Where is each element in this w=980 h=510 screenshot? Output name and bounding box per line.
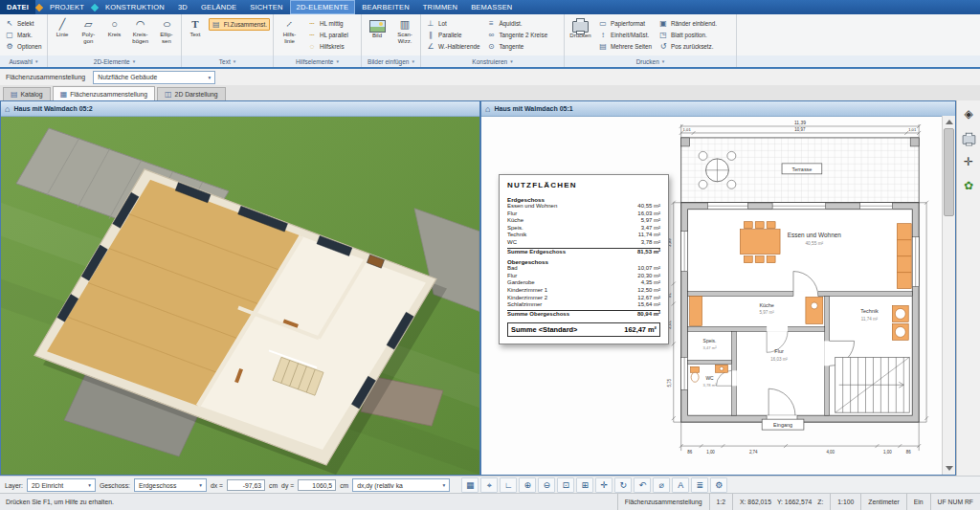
linie-button[interactable]: ╱Linie: [51, 15, 74, 55]
scroll-up-icon[interactable]: [946, 120, 953, 124]
text-button[interactable]: TText: [185, 15, 206, 55]
blatt-position-button[interactable]: ◳Blatt position.: [657, 30, 719, 40]
dim-top-left: 1,01: [683, 127, 692, 132]
pane-3d-titlebar[interactable]: ⌂Haus mit Walmdach 05:2: [1, 101, 479, 117]
bild-button[interactable]: Bild: [365, 15, 390, 55]
ribbon-group-konstruieren: ⊥Lot ∥Parallele ∠W.-Halbierende ≡Äquidis…: [421, 14, 565, 55]
hilfskreis-button[interactable]: ◌Hilfskreis: [305, 41, 350, 52]
previous-view-icon[interactable]: ↶: [634, 477, 651, 493]
pane-3d-view: ⌂Haus mit Walmdach 05:2: [0, 100, 480, 476]
layer-select[interactable]: 2D Einricht: [27, 478, 96, 492]
tab-2d-elemente[interactable]: 2D-ELEMENTE: [290, 0, 356, 14]
tab-projekt[interactable]: PROJEKT: [43, 0, 91, 14]
tab-konstruktion[interactable]: KONSTRUKTION: [99, 0, 171, 14]
tangente-button[interactable]: ⊙Tangente: [484, 41, 549, 52]
mark-button[interactable]: ▢Mark.: [3, 30, 44, 40]
group-label-drucken[interactable]: Drucken: [565, 55, 737, 67]
table-row: Flur16,03 m²: [507, 211, 660, 218]
fl-zusammenst-button[interactable]: ▤Fl.Zusammenst.: [209, 18, 270, 31]
tab-bearbeiten[interactable]: BEARBEITEN: [355, 0, 416, 14]
coordinate-mode-select[interactable]: dx,dy (relativ ka: [352, 478, 450, 492]
text-tool-icon[interactable]: A: [672, 477, 689, 493]
raender-einblenden-button[interactable]: ▣Ränder einblend.: [657, 18, 719, 29]
tab-bemassen[interactable]: BEMASSEN: [464, 0, 519, 14]
scroll-thumb[interactable]: [944, 128, 954, 216]
dx-input[interactable]: -97,63: [227, 479, 265, 491]
mehrere-seiten-button[interactable]: ▤Mehrere Seiten: [596, 41, 654, 52]
group-label-2d-elemente[interactable]: 2D-Elemente: [48, 55, 182, 67]
status-scale[interactable]: 1:100: [830, 494, 860, 510]
redraw-icon[interactable]: ↻: [614, 477, 632, 493]
tab-3d[interactable]: 3D: [171, 0, 194, 14]
einheit-massstab-label: Einheit/Maßst.: [611, 32, 649, 38]
scan-wizz-button[interactable]: ▥Scan- Wizz.: [392, 15, 417, 55]
table-row: Essen und Wohnen40,55 m²: [507, 203, 660, 211]
status-context-label: Flächenzusammenstellung: [625, 499, 702, 505]
measure-icon[interactable]: ⌀: [653, 477, 670, 493]
dy-input[interactable]: 1060,5: [298, 479, 336, 491]
2d-canvas[interactable]: Terrasse: [481, 117, 943, 475]
hl-mittig-button[interactable]: ┄HL mittig: [305, 18, 350, 29]
nutzflaeche-combo[interactable]: Nutzfläche Gebäude: [93, 71, 215, 84]
aequidist-button[interactable]: ≡Äquidist.: [484, 18, 549, 29]
move-view-button[interactable]: ✛: [960, 153, 977, 170]
settings-icon[interactable]: ⚙: [710, 477, 727, 493]
tab-sichten[interactable]: SICHTEN: [243, 0, 289, 14]
pos-zuruecksetzen-button[interactable]: ↺Pos zurücksetz.: [657, 41, 719, 52]
group-label-hilfselemente[interactable]: Hilfselemente: [274, 55, 362, 67]
tab-2d-darstellung[interactable]: ◫2D Darstellung: [157, 87, 226, 100]
tangente-2-kreise-button[interactable]: ∞Tangente 2 Kreise: [484, 30, 549, 40]
group-label-auswahl[interactable]: Auswahl: [0, 55, 48, 67]
zoom-out-icon[interactable]: ⊖: [538, 477, 555, 493]
tab-gelaende[interactable]: GELÄNDE: [194, 0, 243, 14]
tab-trimmen[interactable]: TRIMMEN: [416, 0, 464, 14]
drucken-button[interactable]: Drucken: [568, 15, 593, 55]
nutzflaechen-overlay[interactable]: NUTZFLÄCHEN Erdgeschoss Essen und Wohnen…: [499, 174, 669, 344]
pane-2d-titlebar[interactable]: ⌂Haus mit Walmdach 05:1: [481, 101, 955, 117]
group-label-konstruieren[interactable]: Konstruieren: [421, 55, 565, 67]
geschoss-select[interactable]: Erdgeschoss: [134, 478, 207, 492]
zoom-in-icon[interactable]: ⊕: [519, 477, 536, 493]
landscape-button[interactable]: ✿: [960, 177, 977, 194]
tab-katalog[interactable]: ▤Katalog: [3, 87, 51, 100]
snap-icon[interactable]: ⌖: [480, 477, 498, 493]
group-label-text[interactable]: Text: [182, 55, 274, 67]
kreisboegen-button[interactable]: ◠Kreis- bögen: [129, 15, 152, 55]
section-header-erdgeschoss: Erdgeschoss: [507, 196, 660, 203]
lot-button[interactable]: ⊥Lot: [424, 18, 481, 29]
papierformat-button[interactable]: ▭Papierformat: [596, 18, 654, 29]
tab-datei[interactable]: DATEI: [0, 0, 35, 14]
zoom-window-icon[interactable]: ⊡: [557, 477, 574, 493]
kreis-button[interactable]: ○Kreis: [102, 15, 125, 55]
status-state[interactable]: Ein: [906, 494, 930, 510]
ortho-icon[interactable]: ∟: [500, 477, 517, 493]
vertical-scrollbar[interactable]: [942, 116, 955, 475]
geschoss-label: Geschoss:: [100, 482, 130, 489]
print-view-button[interactable]: [960, 129, 977, 146]
sum-row-obergeschoss: Summe Obergeschoss80,94 m²: [507, 310, 660, 319]
grid-icon[interactable]: ▦: [461, 477, 479, 493]
parallele-button[interactable]: ∥Parallele: [424, 30, 481, 40]
dim-bottom: 86: [906, 450, 911, 455]
nf-sum-label: Summe Erdgeschoss: [507, 249, 566, 256]
group-label-bilder[interactable]: Bilder einfügen: [362, 55, 421, 67]
layers-button[interactable]: ◈: [960, 105, 977, 122]
einheit-massstab-button[interactable]: ↕Einheit/Maßst.: [596, 30, 654, 40]
hl-parallel-button[interactable]: ┄HL parallel: [305, 30, 350, 40]
3d-canvas[interactable]: [1, 117, 479, 475]
optionen-button[interactable]: ⚙Optionen: [3, 41, 44, 52]
selekt-button[interactable]: ↖Selekt: [3, 18, 44, 29]
ellipsen-button[interactable]: ○Ellip- sen: [155, 15, 178, 55]
ribbon-group-bilder: Bild ▥Scan- Wizz.: [362, 14, 421, 55]
status-context: Flächenzusammenstellung: [617, 494, 709, 510]
hilfslinie-button[interactable]: ┄Hilfs- linie: [277, 15, 302, 55]
zoom-all-icon[interactable]: ⊞: [576, 477, 593, 493]
list-icon[interactable]: ≣: [691, 477, 708, 493]
pan-icon[interactable]: ✛: [595, 477, 612, 493]
room-label-speis: Speis.: [703, 339, 717, 344]
tab-flaechenzusammenstellung[interactable]: ▦Flächenzusammenstellung: [53, 86, 155, 100]
scroll-down-icon[interactable]: [946, 466, 953, 471]
w-halbierende-button[interactable]: ∠W.-Halbierende: [424, 41, 481, 52]
status-unit[interactable]: Zentimeter: [860, 494, 905, 510]
polygon-button[interactable]: ▱Poly- gon: [77, 15, 100, 55]
